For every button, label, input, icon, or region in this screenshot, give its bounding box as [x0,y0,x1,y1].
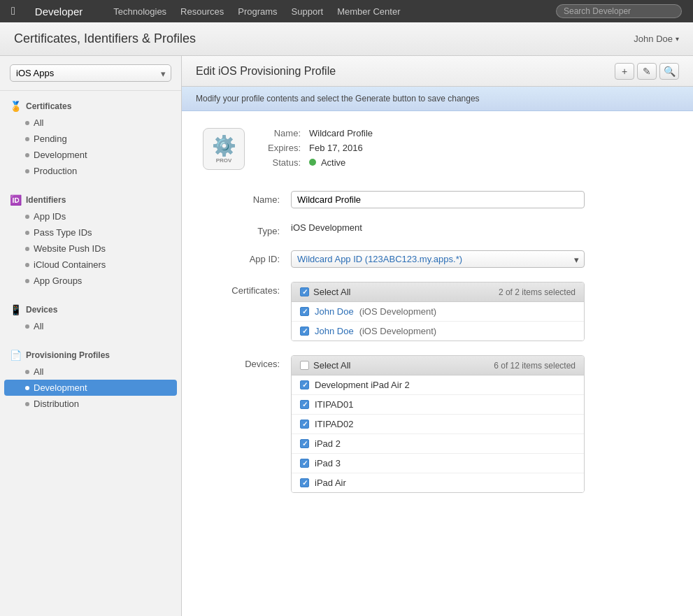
sidebar-item-certificates-all[interactable]: All [0,115,181,131]
sidebar-section-provisioning: 📄 Provisioning Profiles All Development … [0,340,181,417]
provisioning-icon: 📄 [10,350,22,361]
certificate-checkbox-1[interactable] [300,327,309,336]
add-button[interactable]: + [615,63,634,80]
device-item-2[interactable]: ITIPAD02 [292,415,584,434]
form-type-label: Type: [203,222,280,236]
certificates-select-all[interactable]: Select All [300,287,350,297]
device-checkbox-0[interactable] [300,380,309,389]
certificate-item-1[interactable]: John Doe (iOS Development) [292,322,584,341]
form-devices-control: Select All 6 of 12 items selected Develo… [291,355,585,493]
sidebar-section-certificates-label: Certificates [26,101,71,111]
search-button[interactable]: 🔍 [659,63,679,80]
top-navigation:  Developer Technologies Resources Progr… [0,0,693,22]
sidebar-item-icloud-containers[interactable]: iCloud Containers [0,257,181,273]
apple-logo-icon:  [11,5,15,17]
certificates-select-all-label: Select All [313,287,350,297]
name-input[interactable] [291,191,585,208]
certificate-name-1: John Doe [315,326,354,336]
platform-selector-wrapper: iOS Apps Mac Apps [10,64,171,82]
profile-expires-value: Feb 17, 2016 [309,143,363,153]
devices-select-all[interactable]: Select All [300,360,350,371]
certificates-select-all-checkbox[interactable] [300,287,309,296]
devices-list-header: Select All 6 of 12 items selected [292,356,584,375]
devices-select-all-label: Select All [313,360,350,371]
platform-selector-wrap: iOS Apps Mac Apps [0,56,181,91]
status-dot-icon [309,159,316,166]
user-menu[interactable]: John Doe ▾ [634,34,679,44]
search-input[interactable] [556,4,682,18]
device-item-5[interactable]: iPad Air [292,473,584,492]
form-section: Name: Type: iOS Development App ID: [203,191,672,493]
sidebar-item-devices-all[interactable]: All [0,318,181,334]
form-type-control: iOS Development [291,222,585,233]
device-name-1: ITIPAD01 [315,399,353,410]
bullet-icon [25,386,29,390]
form-certificates-control: Select All 2 of 2 items selected John Do… [291,282,585,341]
sidebar-section-certificates: 🏅 Certificates All Pending Development P… [0,91,181,185]
sidebar-item-provisioning-distribution[interactable]: Distribution [0,396,181,412]
device-checkbox-4[interactable] [300,459,309,468]
id-icon: 🆔 [10,194,22,206]
sidebar-item-website-push-ids[interactable]: Website Push IDs [0,241,181,257]
sidebar: iOS Apps Mac Apps 🏅 Certificates All Pen… [0,56,182,616]
sidebar-item-app-ids[interactable]: App IDs [0,208,181,224]
bullet-icon [25,263,29,267]
sidebar-section-identifiers: 🆔 Identifiers App IDs Pass Type IDs Webs… [0,185,181,294]
sidebar-item-certificates-pending[interactable]: Pending [0,131,181,147]
sidebar-item-pass-type-ids[interactable]: Pass Type IDs [0,224,181,241]
nav-technologies[interactable]: Technologies [113,6,166,17]
nav-programs[interactable]: Programs [238,6,277,17]
bullet-icon [25,247,29,251]
sidebar-item-certificates-development[interactable]: Development [0,147,181,163]
sidebar-item-app-groups[interactable]: App Groups [0,273,181,289]
form-row-certificates: Certificates: Select All 2 of 2 items se… [203,282,672,341]
device-item-1[interactable]: ITIPAD01 [292,395,584,415]
form-row-devices: Devices: Select All 6 of 12 items select… [203,355,672,493]
devices-select-all-checkbox[interactable] [300,361,309,370]
form-certificates-label: Certificates: [203,282,280,296]
sidebar-section-certificates-title[interactable]: 🏅 Certificates [0,96,181,115]
sidebar-item-provisioning-development[interactable]: Development [4,380,177,396]
device-item-3[interactable]: iPad 2 [292,434,584,454]
platform-dropdown[interactable]: iOS Apps Mac Apps [10,64,171,82]
certificates-count: 2 of 2 items selected [499,287,576,297]
app-id-dropdown[interactable]: Wildcard App ID (123ABC123.my.apps.*) [291,250,585,268]
nav-support[interactable]: Support [292,6,324,17]
prov-label: PROV [216,157,232,164]
sidebar-section-devices-title[interactable]: 📱 Devices [0,300,181,318]
bullet-icon [25,279,29,283]
device-item-4[interactable]: iPad 3 [292,454,584,473]
content-title: Edit iOS Provisioning Profile [196,65,336,78]
device-checkbox-3[interactable] [300,439,309,448]
edit-button[interactable]: ✎ [637,63,657,80]
certificate-icon: 🏅 [10,101,22,112]
sidebar-item-certificates-production[interactable]: Production [0,163,181,179]
header-bar: Certificates, Identifiers & Profiles Joh… [0,22,693,56]
content-area: Edit iOS Provisioning Profile + ✎ 🔍 Modi… [182,56,693,616]
info-banner-text: Modify your profile contents and select … [196,94,480,103]
device-item-0[interactable]: Development iPad Air 2 [292,375,584,395]
sidebar-section-provisioning-label: Provisioning Profiles [26,350,110,360]
sidebar-section-identifiers-label: Identifiers [26,195,66,205]
device-checkbox-2[interactable] [300,420,309,429]
form-name-control [291,191,585,208]
sidebar-section-provisioning-title[interactable]: 📄 Provisioning Profiles [0,345,181,364]
form-row-name: Name: [203,191,672,208]
form-row-type: Type: iOS Development [203,222,672,236]
content-actions: + ✎ 🔍 [615,63,679,80]
certificate-checkbox-0[interactable] [300,307,309,316]
sidebar-item-provisioning-all[interactable]: All [0,364,181,380]
sidebar-section-identifiers-title[interactable]: 🆔 Identifiers [0,190,181,208]
page-title: Certificates, Identifiers & Profiles [14,31,196,46]
device-name-3: iPad 2 [315,438,341,449]
bullet-icon [25,169,29,173]
device-name-2: ITIPAD02 [315,419,353,429]
certificate-item-0[interactable]: John Doe (iOS Development) [292,302,584,322]
nav-resources[interactable]: Resources [180,6,224,17]
device-checkbox-5[interactable] [300,478,309,487]
device-checkbox-1[interactable] [300,400,309,409]
nav-member-center[interactable]: Member Center [337,6,400,17]
bullet-icon [25,231,29,235]
device-name-5: iPad Air [315,478,346,488]
profile-icon: ⚙️ PROV [203,128,245,170]
